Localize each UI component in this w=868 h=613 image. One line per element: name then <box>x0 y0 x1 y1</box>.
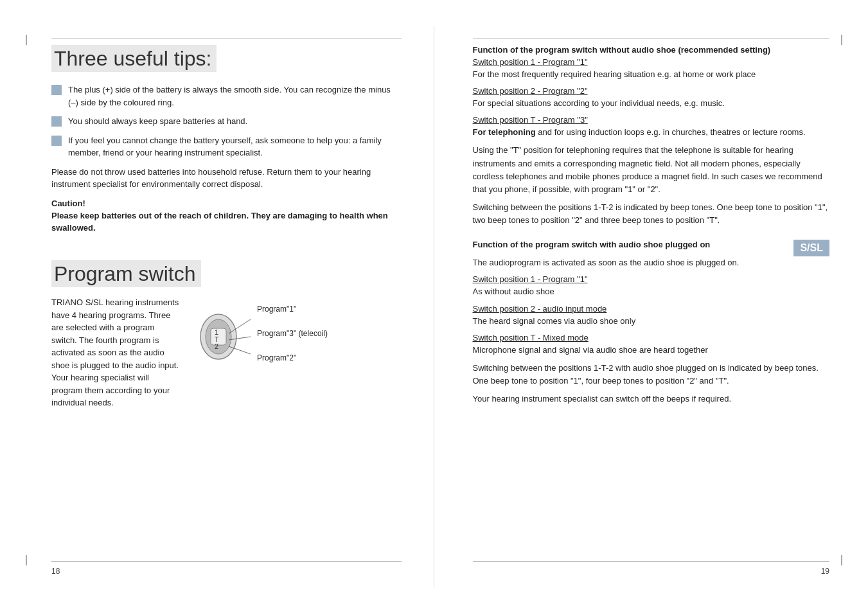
program-switch-diagram: 1 T 2 <box>193 301 251 366</box>
section2-para2: Your hearing instrument specialist can s… <box>473 393 830 405</box>
switch-pos-2-link: Switch position 2 - Program "2" <box>473 86 830 96</box>
caution-text: Please keep batteries out of the reach o… <box>51 209 402 235</box>
program-section: Program switch TRIANO S/SL hearing instr… <box>51 260 402 409</box>
tip-item-2: You should always keep spare batteries a… <box>51 115 402 128</box>
label-program3-text: Program"3" (telecoil) <box>257 329 328 338</box>
switch-pos-t-link: Switch position T - Program "3" <box>473 115 830 125</box>
section1-para2: Switching between the positions 1-T-2 is… <box>473 201 830 227</box>
page-number-left: 18 <box>51 567 60 576</box>
program-description: TRIANO S/SL hearing instruments have 4 h… <box>51 296 180 409</box>
tips-title: Three useful tips: <box>51 45 217 72</box>
tip-text-3: If you feel you cannot change the batter… <box>68 134 402 159</box>
for-telephoning-bold: For telephoning <box>473 127 536 137</box>
section1-heading: Function of the program switch without a… <box>473 45 830 55</box>
switch-pos2-2-text: The heard signal comes via audio shoe on… <box>473 315 830 328</box>
program-content: TRIANO S/SL hearing instruments have 4 h… <box>51 296 402 409</box>
switch-pos2-1-text: As without audio shoe <box>473 285 830 298</box>
section2-intro: The audioprogram is activated as soon as… <box>473 256 830 269</box>
right-section-1: Function of the program switch without a… <box>473 45 830 227</box>
label-program2-text: Program"2" <box>257 353 296 362</box>
tip-bullet-2 <box>51 116 62 127</box>
right-section-2: S/SL Function of the program switch with… <box>473 240 830 405</box>
switch-pos2-1-link: Switch position 1 - Program "1" <box>473 274 830 284</box>
program-desc-text: TRIANO S/SL hearing instruments have 4 h… <box>51 298 179 407</box>
switch-pos-t-text: For telephoning and for using induction … <box>473 126 830 139</box>
section2-heading: Function of the program switch with audi… <box>473 240 830 249</box>
switch-pos2-2-link: Switch position 2 - audio input mode <box>473 304 830 314</box>
tip-text-2: You should always keep spare batteries a… <box>68 115 247 128</box>
label-program1-text: Program"1" <box>257 305 296 314</box>
switch-pos2-t-link: Switch position T - Mixed mode <box>473 333 830 342</box>
for-telephoning-rest: and for using induction loops e.g. in ch… <box>536 127 806 137</box>
ssl-badge: S/SL <box>793 240 829 256</box>
program-labels: Program"1" Program"3" (telecoil) Program… <box>257 305 328 362</box>
label-program3: Program"3" (telecoil) <box>257 329 328 338</box>
tip-bullet-1 <box>51 85 62 95</box>
svg-text:2: 2 <box>215 342 218 350</box>
tip-item-3: If you feel you cannot change the batter… <box>51 134 402 159</box>
tips-note: Please do not throw used batteries into … <box>51 166 402 191</box>
program-title: Program switch <box>51 260 201 287</box>
switch-pos-1-link: Switch position 1 - Program "1" <box>473 57 830 67</box>
tip-text-1: The plus (+) side of the battery is alwa… <box>68 84 402 109</box>
switch-pos-2-text: For special situations according to your… <box>473 97 830 110</box>
section1-para1: Using the "T" position for telephoning r… <box>473 144 830 196</box>
section2-heading-container: S/SL Function of the program switch with… <box>473 240 830 256</box>
tip-bullet-3 <box>51 136 62 146</box>
page-number-right: 19 <box>821 567 829 576</box>
switch-pos-1-text: For the most frequently required hearing… <box>473 68 830 81</box>
tips-section: Three useful tips: The plus (+) side of … <box>51 45 402 235</box>
label-program1: Program"1" <box>257 305 328 314</box>
program-diagram-container: 1 T 2 Program"1" Program"3" (telec <box>193 301 328 366</box>
tip-item-1: The plus (+) side of the battery is alwa… <box>51 84 402 109</box>
caution-title: Caution! <box>51 199 402 208</box>
switch-pos2-t-text: Microphone signal and signal via audio s… <box>473 344 830 357</box>
label-program2: Program"2" <box>257 353 328 362</box>
section2-para1: Switching between the positions 1-T-2 wi… <box>473 362 830 387</box>
